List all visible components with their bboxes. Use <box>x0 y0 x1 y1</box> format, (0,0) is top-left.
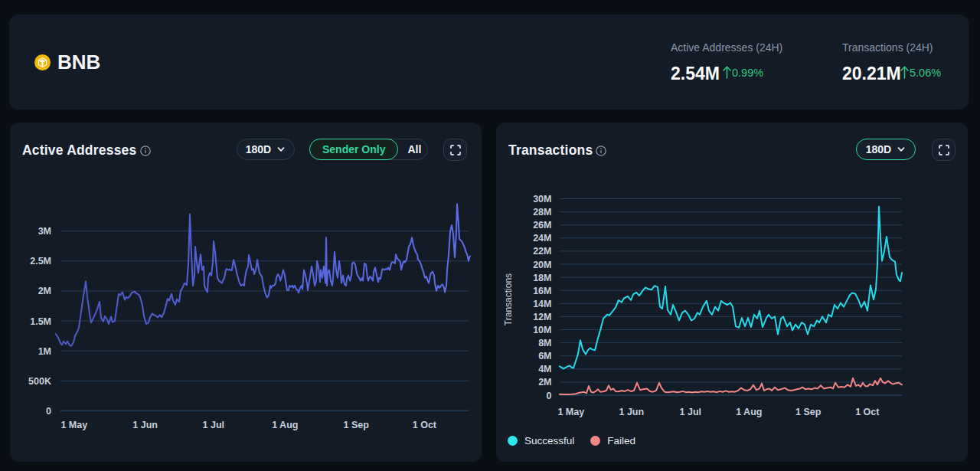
svg-text:18M: 18M <box>533 273 551 283</box>
svg-text:Transactions: Transactions <box>503 273 514 325</box>
svg-text:12M: 12M <box>533 312 551 322</box>
svg-text:2M: 2M <box>538 377 551 388</box>
svg-text:14M: 14M <box>533 299 551 309</box>
svg-text:26M: 26M <box>533 220 551 231</box>
svg-text:10M: 10M <box>533 325 551 335</box>
svg-text:1 Jun: 1 Jun <box>132 420 158 430</box>
svg-text:1 Sep: 1 Sep <box>344 420 370 430</box>
svg-text:20M: 20M <box>533 260 551 270</box>
svg-text:1 Jul: 1 Jul <box>203 420 225 430</box>
svg-text:1 Sep: 1 Sep <box>795 407 822 417</box>
svg-text:8M: 8M <box>538 338 551 348</box>
svg-text:500K: 500K <box>28 376 51 387</box>
svg-text:6M: 6M <box>538 351 551 361</box>
svg-text:0: 0 <box>46 406 51 417</box>
svg-text:22M: 22M <box>533 246 551 257</box>
svg-text:1 Oct: 1 Oct <box>855 407 880 417</box>
svg-text:3M: 3M <box>38 226 51 237</box>
svg-text:1 Aug: 1 Aug <box>736 407 762 417</box>
svg-text:1M: 1M <box>38 346 51 357</box>
svg-text:1.5M: 1.5M <box>30 316 51 327</box>
svg-text:30M: 30M <box>533 194 551 204</box>
svg-text:0: 0 <box>547 391 552 401</box>
svg-text:1 Aug: 1 Aug <box>272 420 298 430</box>
svg-text:28M: 28M <box>533 207 551 218</box>
svg-text:1 May: 1 May <box>60 420 87 430</box>
svg-text:1 May: 1 May <box>557 407 584 417</box>
svg-text:24M: 24M <box>533 233 551 244</box>
svg-text:16M: 16M <box>533 286 551 296</box>
svg-text:2.5M: 2.5M <box>30 256 51 267</box>
svg-text:4M: 4M <box>538 364 551 375</box>
svg-text:1 Jun: 1 Jun <box>619 407 644 417</box>
svg-text:1 Jul: 1 Jul <box>680 407 702 417</box>
svg-text:2M: 2M <box>38 286 51 296</box>
svg-text:1 Oct: 1 Oct <box>413 420 437 430</box>
